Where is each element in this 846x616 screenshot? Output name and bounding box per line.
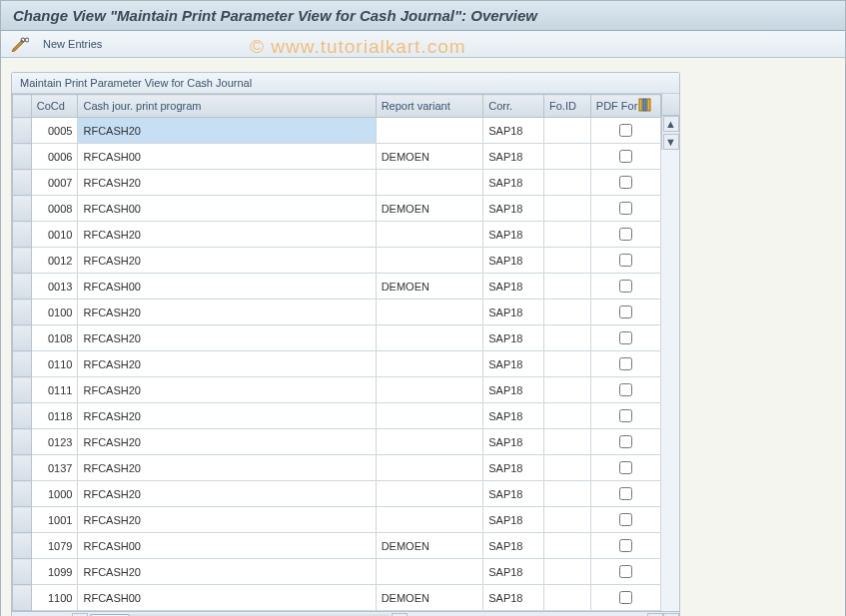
- cell-foid[interactable]: [544, 429, 591, 455]
- cell-cocd[interactable]: 0013: [31, 274, 78, 300]
- col-cocd[interactable]: CoCd: [31, 95, 78, 118]
- cell-report-variant[interactable]: DEMOEN: [376, 585, 483, 611]
- cell-pdf[interactable]: [590, 455, 660, 481]
- pdf-checkbox[interactable]: [619, 228, 632, 241]
- cell-report-variant[interactable]: [376, 403, 483, 429]
- scroll-left-icon[interactable]: ◀: [72, 613, 88, 617]
- cell-foid[interactable]: [544, 559, 591, 585]
- cell-cocd[interactable]: 0111: [31, 377, 78, 403]
- pdf-checkbox[interactable]: [619, 124, 632, 137]
- table-row[interactable]: 0100RFCASH20SAP18: [13, 300, 661, 325]
- pdf-checkbox[interactable]: [619, 487, 632, 500]
- cell-cocd[interactable]: 0006: [31, 144, 78, 170]
- col-corr[interactable]: Corr.: [483, 95, 544, 118]
- row-selector[interactable]: [13, 196, 32, 222]
- cell-cocd[interactable]: 0118: [31, 403, 78, 429]
- cell-prog[interactable]: RFCASH20: [78, 248, 376, 274]
- cell-prog[interactable]: RFCASH20: [78, 325, 376, 351]
- cell-cocd[interactable]: 1099: [31, 559, 78, 585]
- cell-pdf[interactable]: [590, 325, 660, 351]
- cell-corr[interactable]: SAP18: [483, 403, 544, 429]
- pdf-checkbox[interactable]: [619, 202, 632, 215]
- cell-corr[interactable]: SAP18: [483, 248, 544, 274]
- cell-prog[interactable]: RFCASH20: [78, 455, 376, 481]
- cell-corr[interactable]: SAP18: [483, 481, 544, 507]
- cell-report-variant[interactable]: [376, 325, 483, 351]
- cell-report-variant[interactable]: [376, 351, 483, 377]
- cell-prog[interactable]: RFCASH00: [78, 533, 376, 559]
- pdf-checkbox[interactable]: [619, 176, 632, 189]
- cell-corr[interactable]: SAP18: [483, 196, 544, 222]
- cell-report-variant[interactable]: [376, 429, 483, 455]
- table-row[interactable]: 1100RFCASH00DEMOENSAP18: [13, 585, 661, 611]
- cell-pdf[interactable]: [590, 222, 660, 248]
- scroll-up-icon[interactable]: ▲: [663, 116, 679, 132]
- row-selector[interactable]: [13, 300, 32, 325]
- cell-report-variant[interactable]: [376, 170, 483, 196]
- cell-foid[interactable]: [544, 300, 591, 325]
- scroll-right2-icon[interactable]: ▶: [663, 613, 679, 617]
- cell-prog[interactable]: RFCASH20: [78, 118, 376, 144]
- cell-corr[interactable]: SAP18: [483, 507, 544, 533]
- table-row[interactable]: 0006RFCASH00DEMOENSAP18: [13, 144, 661, 170]
- cell-pdf[interactable]: [590, 351, 660, 377]
- cell-pdf[interactable]: [590, 248, 660, 274]
- table-row[interactable]: 0110RFCASH20SAP18: [13, 351, 661, 377]
- cell-corr[interactable]: SAP18: [483, 455, 544, 481]
- pdf-checkbox[interactable]: [619, 254, 632, 267]
- table-row[interactable]: 1000RFCASH20SAP18: [13, 481, 661, 507]
- table-row[interactable]: 0118RFCASH20SAP18: [13, 403, 661, 429]
- cell-corr[interactable]: SAP18: [483, 144, 544, 170]
- cell-prog[interactable]: RFCASH20: [78, 300, 376, 325]
- cell-corr[interactable]: SAP18: [483, 274, 544, 300]
- cell-cocd[interactable]: 0123: [31, 429, 78, 455]
- cell-cocd[interactable]: 1079: [31, 533, 78, 559]
- cell-report-variant[interactable]: DEMOEN: [376, 533, 483, 559]
- pdf-checkbox[interactable]: [619, 513, 632, 526]
- scroll-down-icon[interactable]: ▼: [663, 134, 679, 150]
- cell-pdf[interactable]: [590, 300, 660, 325]
- row-selector[interactable]: [13, 118, 32, 144]
- pdf-checkbox[interactable]: [619, 435, 632, 448]
- cell-cocd[interactable]: 0005: [31, 118, 78, 144]
- cell-foid[interactable]: [544, 481, 591, 507]
- row-selector[interactable]: [13, 429, 32, 455]
- cell-report-variant[interactable]: DEMOEN: [376, 274, 483, 300]
- cell-report-variant[interactable]: [376, 507, 483, 533]
- cell-prog[interactable]: RFCASH00: [78, 274, 376, 300]
- pdf-checkbox[interactable]: [619, 461, 632, 474]
- column-config-icon[interactable]: [638, 98, 652, 112]
- table-row[interactable]: 0008RFCASH00DEMOENSAP18: [13, 196, 661, 222]
- table-row[interactable]: 0005RFCASH20SAP18: [13, 118, 661, 144]
- cell-pdf[interactable]: [590, 585, 660, 611]
- horizontal-scrollbar[interactable]: ◀ ▶ ◀ ▶: [12, 611, 679, 616]
- cell-report-variant[interactable]: [376, 455, 483, 481]
- pdf-checkbox[interactable]: [619, 280, 632, 293]
- cell-cocd[interactable]: 0010: [31, 222, 78, 248]
- row-selector[interactable]: [13, 481, 32, 507]
- table-row[interactable]: 0123RFCASH20SAP18: [13, 429, 661, 455]
- cell-foid[interactable]: [544, 274, 591, 300]
- cell-prog[interactable]: RFCASH20: [78, 377, 376, 403]
- pdf-checkbox[interactable]: [619, 591, 632, 604]
- new-entries-button[interactable]: New Entries: [43, 38, 102, 50]
- cell-foid[interactable]: [544, 248, 591, 274]
- cell-cocd[interactable]: 0008: [31, 196, 78, 222]
- table-row[interactable]: 0013RFCASH00DEMOENSAP18: [13, 274, 661, 300]
- cell-corr[interactable]: SAP18: [483, 222, 544, 248]
- cell-cocd[interactable]: 0007: [31, 170, 78, 196]
- cell-corr[interactable]: SAP18: [483, 325, 544, 351]
- cell-report-variant[interactable]: [376, 248, 483, 274]
- pdf-checkbox[interactable]: [619, 409, 632, 422]
- table-row[interactable]: 0007RFCASH20SAP18: [13, 170, 661, 196]
- cell-foid[interactable]: [544, 403, 591, 429]
- cell-report-variant[interactable]: [376, 559, 483, 585]
- row-selector[interactable]: [13, 144, 32, 170]
- cell-report-variant[interactable]: DEMOEN: [376, 144, 483, 170]
- pdf-checkbox[interactable]: [619, 331, 632, 344]
- toggle-display-change-button[interactable]: [11, 36, 29, 52]
- cell-prog[interactable]: RFCASH20: [78, 429, 376, 455]
- col-pdf[interactable]: PDF Form: [590, 95, 660, 118]
- cell-pdf[interactable]: [590, 481, 660, 507]
- cell-foid[interactable]: [544, 585, 591, 611]
